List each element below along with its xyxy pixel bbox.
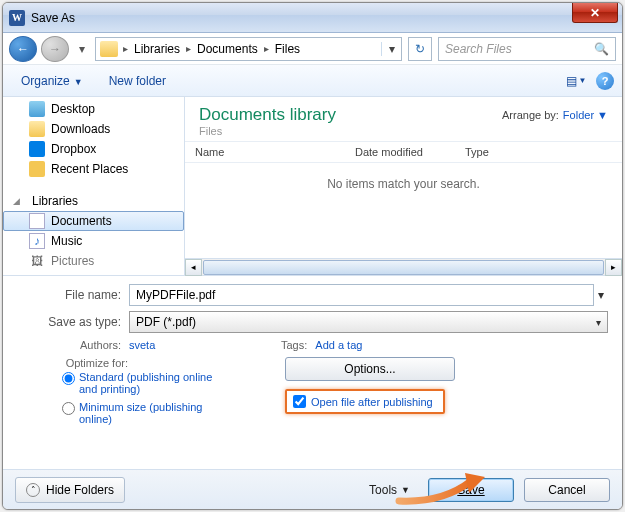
forward-button[interactable]: → [41, 36, 69, 62]
savetype-label: Save as type: [17, 315, 129, 329]
new-folder-button[interactable]: New folder [99, 70, 176, 92]
authors-label: Authors: [17, 339, 129, 351]
pictures-icon: 🖼 [29, 253, 45, 269]
tools-dropdown[interactable]: Tools▼ [361, 483, 418, 497]
optimize-standard-radio[interactable]: Standard (publishing online and printing… [62, 371, 219, 395]
authors-value[interactable]: sveta [129, 339, 155, 351]
back-icon: ← [17, 42, 29, 56]
sidebar-item-recent[interactable]: Recent Places [3, 159, 184, 179]
view-button[interactable]: ▤▼ [562, 70, 590, 92]
options-button[interactable]: Options... [285, 357, 455, 381]
breadcrumb-dropdown[interactable]: ▾ [381, 42, 401, 56]
filename-input[interactable] [129, 284, 594, 306]
organize-button[interactable]: Organize▼ [11, 70, 93, 92]
sidebar-item-desktop[interactable]: Desktop [3, 99, 184, 119]
save-button[interactable]: Save [428, 478, 514, 502]
sidebar-item-music[interactable]: ♪Music [3, 231, 184, 251]
refresh-button[interactable]: ↻ [408, 37, 432, 61]
help-icon: ? [602, 75, 609, 87]
breadcrumb-item[interactable]: Libraries [131, 40, 183, 58]
column-headers: Name Date modified Type [185, 141, 622, 163]
toolbar: Organize▼ New folder ▤▼ ? [3, 65, 622, 97]
checkbox-input[interactable] [293, 395, 306, 408]
folder-icon [100, 41, 118, 57]
radio-input[interactable] [62, 402, 75, 415]
search-icon: 🔍 [594, 42, 609, 56]
dropbox-icon [29, 141, 45, 157]
back-button[interactable]: ← [9, 36, 37, 62]
expand-icon: ◢ [13, 196, 20, 206]
explorer-body: Desktop Downloads Dropbox Recent Places … [3, 97, 622, 276]
optimize-minimum-radio[interactable]: Minimum size (publishing online) [62, 401, 219, 425]
folder-icon [29, 121, 45, 137]
sidebar-item-documents[interactable]: Documents [3, 211, 184, 231]
cancel-button[interactable]: Cancel [524, 478, 610, 502]
main-pane: Documents library Files Arrange by: Fold… [185, 97, 622, 275]
column-date[interactable]: Date modified [355, 146, 465, 158]
search-placeholder: Search Files [445, 42, 512, 56]
chevron-down-icon: ▾ [79, 42, 85, 56]
pane-header: Documents library Files Arrange by: Fold… [185, 97, 622, 141]
sidebar-header-libraries[interactable]: ◢Libraries [3, 191, 184, 211]
breadcrumb[interactable]: ▸ Libraries ▸ Documents ▸ Files ▾ [95, 37, 402, 61]
recent-locations-button[interactable]: ▾ [73, 36, 91, 62]
help-button[interactable]: ? [596, 72, 614, 90]
radio-input[interactable] [62, 372, 75, 385]
library-subtitle: Files [199, 125, 336, 137]
open-after-publishing-checkbox[interactable]: Open file after publishing [285, 389, 445, 414]
arrange-by-label: Arrange by: [502, 109, 559, 121]
music-icon: ♪ [29, 233, 45, 249]
tags-value[interactable]: Add a tag [315, 339, 362, 351]
documents-icon [29, 213, 45, 229]
sidebar-item-dropbox[interactable]: Dropbox [3, 139, 184, 159]
scroll-thumb[interactable] [203, 260, 604, 275]
arrange-by-control: Arrange by: Folder ▼ [502, 109, 608, 121]
scroll-right-button[interactable]: ▸ [605, 259, 622, 276]
footer: ˄ Hide Folders Tools▼ Save Cancel [3, 469, 622, 509]
chevron-right-icon[interactable]: ▸ [120, 43, 131, 54]
chevron-down-icon: ▼ [74, 77, 83, 87]
chevron-right-icon[interactable]: ▸ [183, 43, 194, 54]
sidebar-item-pictures[interactable]: 🖼Pictures [3, 251, 184, 271]
title-bar: W Save As ✕ [3, 3, 622, 33]
optimize-label: Optimize for: [62, 357, 132, 369]
chevron-right-icon[interactable]: ▸ [261, 43, 272, 54]
search-input[interactable]: Search Files 🔍 [438, 37, 616, 61]
filename-label: File name: [17, 288, 129, 302]
refresh-icon: ↻ [415, 42, 425, 56]
column-type[interactable]: Type [465, 146, 622, 158]
arrange-by-value[interactable]: Folder ▼ [563, 109, 608, 121]
chevron-up-icon: ˄ [26, 483, 40, 497]
save-as-dialog: W Save As ✕ ← → ▾ ▸ Libraries ▸ Document… [2, 2, 623, 510]
column-name[interactable]: Name [195, 146, 355, 158]
filename-dropdown[interactable]: ▾ [594, 288, 608, 302]
tags-label: Tags: [275, 339, 315, 351]
sidebar: Desktop Downloads Dropbox Recent Places … [3, 97, 185, 275]
bottom-panel: File name: ▾ Save as type: PDF (*.pdf) A… [3, 276, 622, 437]
library-title: Documents library [199, 105, 336, 125]
word-app-icon: W [9, 10, 25, 26]
breadcrumb-item[interactable]: Files [272, 40, 303, 58]
horizontal-scrollbar[interactable]: ◂ ▸ [185, 258, 622, 275]
forward-icon: → [49, 42, 61, 56]
scroll-left-button[interactable]: ◂ [185, 259, 202, 276]
empty-message: No items match your search. [185, 177, 622, 191]
window-title: Save As [31, 11, 75, 25]
sidebar-item-downloads[interactable]: Downloads [3, 119, 184, 139]
close-icon: ✕ [590, 6, 600, 20]
recent-icon [29, 161, 45, 177]
breadcrumb-item[interactable]: Documents [194, 40, 261, 58]
desktop-icon [29, 101, 45, 117]
savetype-combobox[interactable]: PDF (*.pdf) [129, 311, 608, 333]
close-button[interactable]: ✕ [572, 3, 618, 23]
nav-row: ← → ▾ ▸ Libraries ▸ Documents ▸ Files ▾ … [3, 33, 622, 65]
hide-folders-button[interactable]: ˄ Hide Folders [15, 477, 125, 503]
